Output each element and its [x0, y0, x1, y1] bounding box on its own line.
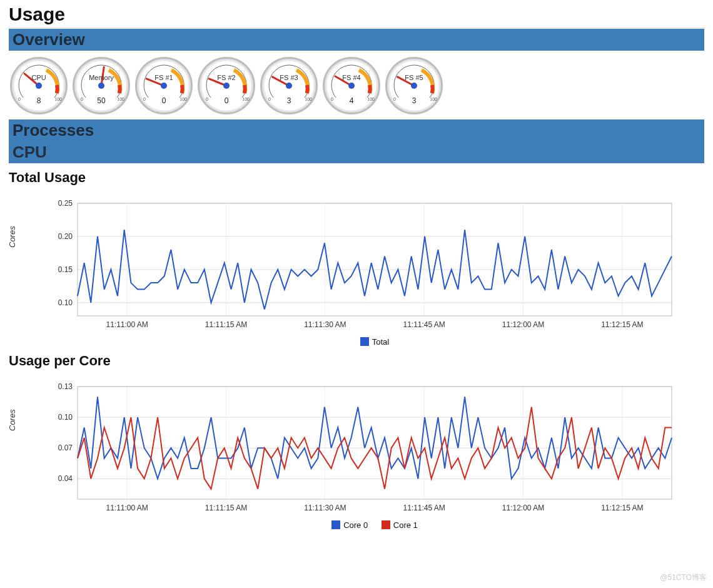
svg-point-1 [36, 83, 42, 89]
gauge-label: FS #4 [325, 74, 378, 81]
svg-point-9 [286, 83, 292, 89]
gauge-label: FS #5 [387, 74, 441, 81]
divider [9, 28, 704, 28]
gauge-label: Memory [74, 74, 128, 81]
svg-text:0.07: 0.07 [58, 444, 73, 452]
svg-text:11:11:00 AM: 11:11:00 AM [106, 320, 148, 329]
svg-text:11:12:00 AM: 11:12:00 AM [502, 320, 544, 329]
chart-title-total-usage: Total Usage [9, 170, 704, 186]
gauge-fs-3: FS #330100 [260, 57, 318, 114]
svg-text:11:12:15 AM: 11:12:15 AM [601, 320, 643, 329]
svg-point-13 [411, 83, 417, 89]
legend-label-total: Total [372, 337, 389, 347]
gauge-fs-1: FS #100100 [135, 57, 193, 114]
section-header-processes[interactable]: Processes [9, 119, 704, 141]
gauge-memory: Memory500100 [73, 57, 130, 114]
legend-per-core: Core 0 Core 1 [34, 520, 704, 530]
svg-rect-34 [78, 203, 672, 316]
svg-point-11 [348, 83, 355, 89]
svg-text:11:11:15 AM: 11:11:15 AM [205, 320, 247, 329]
gauge-label: FS #3 [262, 74, 316, 81]
gauge-label: CPU [12, 74, 66, 81]
gauge-label: FS #1 [137, 74, 191, 81]
svg-text:11:11:30 AM: 11:11:30 AM [304, 320, 346, 329]
svg-text:0.20: 0.20 [58, 232, 73, 241]
svg-text:11:12:00 AM: 11:12:00 AM [502, 504, 544, 512]
chart-per-core: Cores 0.040.070.100.1311:11:00 AM11:11:1… [9, 374, 704, 530]
page-title: Usage [9, 4, 704, 25]
chart-title-per-core: Usage per Core [9, 353, 704, 369]
svg-text:0.13: 0.13 [58, 382, 73, 391]
svg-text:0.10: 0.10 [58, 298, 73, 307]
svg-text:11:11:00 AM: 11:11:00 AM [106, 504, 148, 512]
gauge-fs-5: FS #530100 [385, 57, 443, 114]
svg-text:0.15: 0.15 [58, 265, 73, 274]
section-header-cpu[interactable]: CPU [9, 141, 704, 163]
legend-label-core0: Core 0 [343, 520, 368, 530]
svg-text:0.25: 0.25 [58, 199, 73, 208]
legend-swatch-core0 [331, 520, 340, 529]
svg-text:11:11:15 AM: 11:11:15 AM [205, 504, 247, 512]
legend-swatch-core1 [382, 520, 390, 529]
svg-text:11:11:45 AM: 11:11:45 AM [403, 504, 445, 512]
svg-text:11:11:30 AM: 11:11:30 AM [304, 504, 346, 512]
svg-text:11:11:45 AM: 11:11:45 AM [403, 320, 445, 329]
legend-swatch-total [360, 337, 369, 346]
svg-point-7 [223, 83, 230, 89]
gauge-fs-4: FS #440100 [323, 57, 380, 114]
gauge-row: CPU80100Memory500100FS #100100FS #200100… [9, 51, 704, 119]
legend-label-core1: Core 1 [393, 520, 418, 530]
gauge-fs-2: FS #200100 [198, 57, 255, 114]
y-axis-label: Cores [8, 226, 17, 248]
svg-text:0.04: 0.04 [58, 474, 73, 483]
gauge-cpu: CPU80100 [10, 57, 68, 114]
svg-point-3 [98, 83, 104, 89]
svg-point-5 [161, 83, 167, 89]
svg-text:0.10: 0.10 [58, 413, 73, 422]
chart-total-usage: Cores 0.100.150.200.2511:11:00 AM11:11:1… [9, 191, 704, 347]
y-axis-label: Cores [8, 409, 17, 431]
svg-text:11:12:15 AM: 11:12:15 AM [601, 504, 643, 512]
legend-total: Total [34, 337, 704, 347]
section-header-overview[interactable]: Overview [9, 29, 704, 51]
gauge-label: FS #2 [200, 74, 253, 81]
